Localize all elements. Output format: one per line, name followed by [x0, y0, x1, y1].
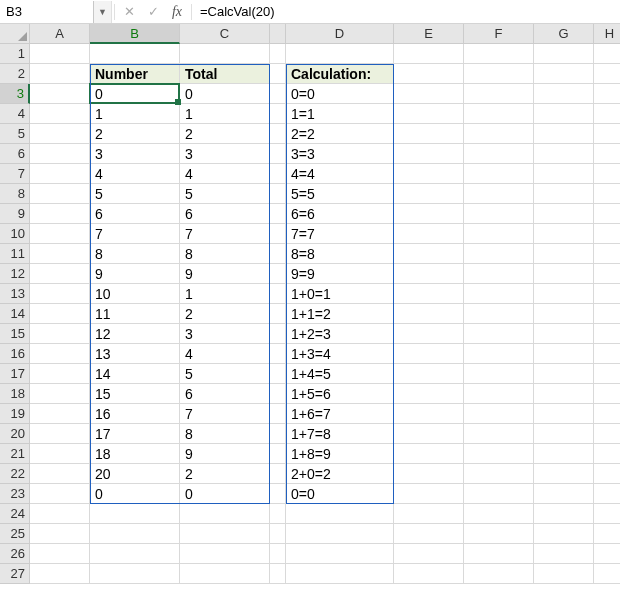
cell[interactable] — [594, 144, 620, 164]
cell[interactable]: 4 — [90, 164, 180, 184]
cell[interactable] — [464, 244, 534, 264]
cell[interactable]: 1 — [90, 104, 180, 124]
cell[interactable]: 1+5=6 — [286, 384, 394, 404]
cell[interactable] — [534, 104, 594, 124]
cell[interactable] — [30, 364, 90, 384]
row-header-20[interactable]: 20 — [0, 424, 30, 444]
row-header-12[interactable]: 12 — [0, 264, 30, 284]
cell[interactable] — [464, 344, 534, 364]
col-header-E[interactable]: E — [394, 24, 464, 44]
cell[interactable] — [534, 124, 594, 144]
cell[interactable] — [394, 44, 464, 64]
row-header-23[interactable]: 23 — [0, 484, 30, 504]
cell[interactable] — [594, 104, 620, 124]
cell[interactable] — [270, 224, 286, 244]
cell[interactable] — [534, 484, 594, 504]
cell[interactable]: 15 — [90, 384, 180, 404]
cell[interactable] — [394, 404, 464, 424]
cell[interactable] — [394, 384, 464, 404]
cell[interactable]: 6 — [90, 204, 180, 224]
cell[interactable] — [30, 144, 90, 164]
cell[interactable] — [534, 464, 594, 484]
cell[interactable] — [594, 224, 620, 244]
cell[interactable] — [594, 304, 620, 324]
cell[interactable] — [464, 84, 534, 104]
cell[interactable] — [464, 44, 534, 64]
cell[interactable] — [30, 544, 90, 564]
cell[interactable] — [464, 564, 534, 584]
cell[interactable] — [270, 164, 286, 184]
cell[interactable] — [394, 324, 464, 344]
cell[interactable] — [30, 324, 90, 344]
cell[interactable] — [30, 224, 90, 244]
cell[interactable] — [594, 524, 620, 544]
row-header-6[interactable]: 6 — [0, 144, 30, 164]
cell[interactable] — [270, 564, 286, 584]
col-header-G[interactable]: G — [534, 24, 594, 44]
cell[interactable]: 0 — [90, 84, 180, 104]
cell[interactable]: 6=6 — [286, 204, 394, 224]
cell[interactable] — [270, 104, 286, 124]
col-header-D[interactable]: D — [286, 24, 394, 44]
row-header-3[interactable]: 3 — [0, 84, 30, 104]
cell[interactable] — [464, 464, 534, 484]
cell[interactable] — [464, 484, 534, 504]
cell[interactable] — [464, 104, 534, 124]
cell[interactable] — [464, 504, 534, 524]
cell[interactable] — [594, 184, 620, 204]
cell[interactable]: 1+3=4 — [286, 344, 394, 364]
row-header-14[interactable]: 14 — [0, 304, 30, 324]
cell[interactable] — [594, 544, 620, 564]
cell[interactable] — [534, 324, 594, 344]
cell[interactable] — [286, 524, 394, 544]
cell[interactable] — [394, 64, 464, 84]
col-header-B[interactable]: B — [90, 24, 180, 44]
row-header-10[interactable]: 10 — [0, 224, 30, 244]
name-box[interactable]: B3 — [0, 1, 94, 23]
cell[interactable] — [30, 504, 90, 524]
cell[interactable]: 2=2 — [286, 124, 394, 144]
cell[interactable]: 1 — [180, 104, 270, 124]
cell[interactable] — [594, 564, 620, 584]
cell[interactable] — [594, 504, 620, 524]
cell[interactable]: 13 — [90, 344, 180, 364]
cell[interactable]: 3 — [180, 144, 270, 164]
cell[interactable] — [270, 544, 286, 564]
row-header-1[interactable]: 1 — [0, 44, 30, 64]
cell[interactable] — [464, 124, 534, 144]
cell[interactable]: 2 — [180, 124, 270, 144]
cell[interactable]: 1 — [180, 284, 270, 304]
cell[interactable]: 7 — [90, 224, 180, 244]
cell[interactable]: 1+6=7 — [286, 404, 394, 424]
cell[interactable]: 7 — [180, 224, 270, 244]
cell[interactable]: 1+0=1 — [286, 284, 394, 304]
cell[interactable] — [30, 444, 90, 464]
cell[interactable]: 9 — [180, 264, 270, 284]
cell[interactable] — [464, 144, 534, 164]
cell[interactable] — [394, 244, 464, 264]
cell[interactable] — [594, 284, 620, 304]
cell[interactable] — [534, 524, 594, 544]
cell[interactable]: 8 — [180, 424, 270, 444]
row-header-5[interactable]: 5 — [0, 124, 30, 144]
cell[interactable] — [534, 224, 594, 244]
cell[interactable] — [180, 544, 270, 564]
cell[interactable] — [464, 304, 534, 324]
cell[interactable] — [270, 364, 286, 384]
cell[interactable] — [270, 404, 286, 424]
cell[interactable] — [594, 64, 620, 84]
cell[interactable] — [180, 504, 270, 524]
cell[interactable] — [30, 344, 90, 364]
cell[interactable] — [270, 484, 286, 504]
cell[interactable] — [534, 84, 594, 104]
cell[interactable]: 14 — [90, 364, 180, 384]
row-header-17[interactable]: 17 — [0, 364, 30, 384]
cell[interactable] — [270, 524, 286, 544]
cell[interactable]: 11 — [90, 304, 180, 324]
cell[interactable] — [270, 44, 286, 64]
cell[interactable] — [534, 564, 594, 584]
cell[interactable] — [30, 524, 90, 544]
cell[interactable]: 0 — [180, 484, 270, 504]
cell[interactable]: 9=9 — [286, 264, 394, 284]
cell[interactable] — [534, 444, 594, 464]
